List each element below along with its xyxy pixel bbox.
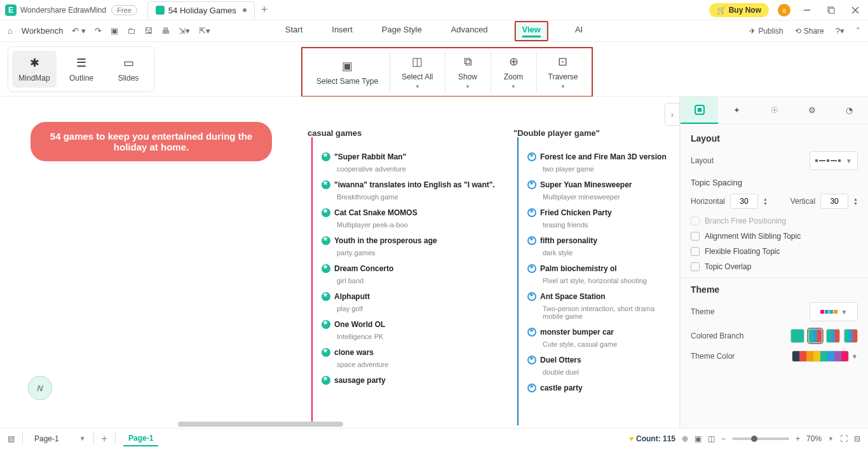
branch-style-4[interactable] [844,329,858,343]
full-width-icon[interactable]: ⊕ [682,434,688,443]
layout-selector[interactable]: ▼ [810,151,858,170]
vertical-stepper[interactable]: ▲▼ [853,197,858,206]
select-same-type-button[interactable]: ▣ Select Same Type [305,52,390,92]
panel-tab-settings[interactable]: ⚙ [793,97,831,124]
star-icon [527,264,536,273]
topic-node[interactable]: clone warsspace adventure [322,342,506,368]
ai-assistant-button[interactable]: N [28,376,52,400]
branch-double-title[interactable]: "Double player game" [513,128,600,138]
topic-node[interactable]: fifth personalitydark style [527,230,674,257]
horizontal-stepper[interactable]: ▲▼ [763,197,768,206]
page-selector[interactable]: Page-1 [31,432,72,446]
open-icon[interactable]: 🗀 [127,26,135,36]
home-icon[interactable]: ⌂ [8,26,13,36]
import-icon[interactable]: ⇱▾ [199,26,210,36]
publish-button[interactable]: ✈Publish [749,27,783,36]
topic-node[interactable]: Forest Ice and Fire Man 3D versiontwo pl… [527,146,674,173]
topic-node[interactable]: sausage party [322,370,506,385]
panel-collapse-button[interactable]: › [665,103,680,126]
topic-node[interactable]: Dream Concertogirl band [322,258,506,284]
export-icon[interactable]: ⇲▾ [179,26,190,36]
zoom-button[interactable]: ⊕ Zoom ▼ [491,52,536,92]
horizontal-input[interactable] [730,194,758,209]
maximize-button[interactable] [824,5,839,15]
topic-node[interactable]: Cat Cat Snake MOMOSMultiplayer peek-a-bo… [322,202,506,229]
outline-mode-button[interactable]: ☰ Outline [59,51,104,88]
panel-tab-history[interactable]: ◔ [831,97,868,124]
undo-icon[interactable]: ↶ ▾ [72,26,86,36]
save-icon[interactable]: 🖫 [144,26,153,36]
tab-insert[interactable]: Insert [329,21,355,41]
mindmap-mode-button[interactable]: ✱ MindMap [12,51,57,88]
topic-node[interactable]: monster bumper carCute style, casual gam… [527,321,674,348]
print-icon[interactable]: 🖶 [161,26,170,36]
sidebar-toggle-icon[interactable]: ▤ [8,434,15,443]
panel-tab-security[interactable]: ☉ [756,97,793,124]
panel-tab-style[interactable]: ✦ [718,97,756,124]
topic-node[interactable]: One World OLIntelligence PK [322,314,506,340]
theme-color-swatch[interactable] [792,351,849,362]
overlap-checkbox[interactable] [691,262,700,271]
topic-node[interactable]: Duel Ottersdouble duel [527,349,674,376]
panel-tab-layout[interactable] [681,97,718,124]
vertical-input[interactable] [820,194,848,209]
workspace: 54 games to keep you entertained during … [0,97,868,428]
theme-selector[interactable]: ▼ [810,302,858,321]
collapse-ribbon-icon[interactable]: ˄ [856,26,860,36]
tab-start[interactable]: Start [283,21,305,41]
page-tab[interactable]: Page-1 [123,431,158,446]
dropdown-icon: ▼ [560,84,566,90]
branch-style-3[interactable] [826,329,840,343]
tab-view[interactable]: View [515,21,548,41]
share-button[interactable]: ⟲Share [795,27,824,36]
tab-pagestyle[interactable]: Page Style [379,21,424,41]
redo-icon[interactable]: ↷ [95,26,102,36]
branch-style-2[interactable] [808,329,822,343]
help-icon[interactable]: ?▾ [836,26,844,36]
star-icon [322,152,330,161]
zoom-value[interactable]: 70% [806,434,822,443]
topic-node[interactable]: Youth in the prosperous ageparty games [322,230,506,257]
free-positioning-checkbox[interactable] [691,217,700,225]
branch-style-1[interactable] [790,329,804,343]
topic-node[interactable]: Super Yuan MinesweeperMultiplayer minesw… [527,174,674,201]
tab-ai[interactable]: AI [573,21,585,41]
topic-node[interactable]: Palm biochemistry olPixel art style, hor… [527,258,674,284]
slides-mode-button[interactable]: ▭ Slides [106,51,151,88]
slides-icon: ▭ [123,56,134,70]
buy-now-button[interactable]: 🛒 Buy Now [709,3,769,17]
tab-advanced[interactable]: Advanced [449,21,491,41]
traverse-button[interactable]: ⊡ Traverse ▼ [536,52,590,92]
floating-checkbox[interactable] [691,247,700,256]
spacing-heading: Topic Spacing [691,178,858,187]
add-page-button[interactable]: + [102,433,107,444]
new-icon[interactable]: ▣ [111,26,118,36]
alignment-checkbox[interactable] [691,232,700,241]
user-avatar[interactable]: a [778,4,790,17]
document-tab[interactable]: 54 Holiday Games [147,1,255,19]
branch-casual-title[interactable]: casual games [308,128,362,138]
workbench-link[interactable]: Workbench [22,26,64,36]
topic-node[interactable]: Fried Chicken Partyteasing friends [527,202,674,229]
theme-color-dropdown[interactable]: ▼ [851,353,858,360]
topic-node[interactable]: castle party [527,377,674,392]
canvas[interactable]: 54 games to keep you entertained during … [0,97,680,428]
minus-panel-icon[interactable]: ⊟ [854,434,860,443]
topic-node[interactable]: "Super Rabbit Man"cooperative adventure [322,146,506,173]
topic-node[interactable]: "iwanna" translates into English as "I w… [322,174,506,201]
zoom-out-button[interactable]: − [721,434,726,443]
root-topic[interactable]: 54 games to keep you entertained during … [31,122,272,161]
topic-node[interactable]: Alphaputtplay golf [322,286,506,312]
zoom-in-button[interactable]: + [796,434,800,443]
topic-node[interactable]: Ant Space StationTwo-person interaction,… [527,286,674,320]
close-button[interactable] [848,5,863,15]
zoom-slider[interactable] [732,438,789,440]
add-tab-button[interactable]: + [261,3,268,17]
select-all-button[interactable]: ◫ Select All ▼ [390,52,444,92]
fullscreen-icon[interactable]: ⛶ [840,434,848,443]
fit-page-icon[interactable]: ▣ [695,434,702,443]
show-button[interactable]: ⧉ Show ▼ [445,52,491,92]
fit-window-icon[interactable]: ◫ [708,434,715,443]
horizontal-scrollbar[interactable] [178,422,343,427]
minimize-button[interactable] [799,5,815,15]
